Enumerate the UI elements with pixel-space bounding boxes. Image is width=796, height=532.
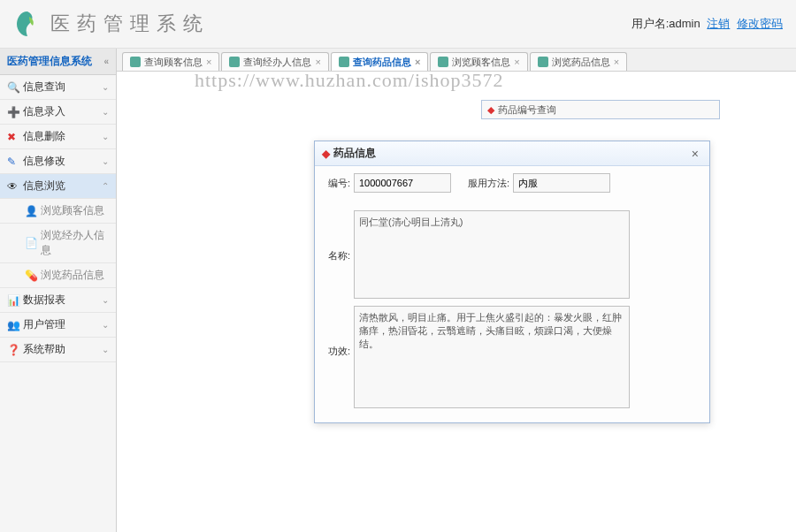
tab-close-icon[interactable]: ×	[415, 57, 420, 67]
add-icon: ➕	[7, 106, 19, 118]
sidebar: 医药管理信息系统 « 🔍信息查询 ⌄ ➕信息录入 ⌄ ✖信息删除 ⌄ ✎信息修改…	[0, 49, 117, 532]
tabs-bar: 查询顾客信息× 查询经办人信息× 查询药品信息× 浏览顾客信息× 浏览药品信息×	[117, 49, 796, 72]
effect-label: 功效:	[322, 306, 350, 358]
chevron-down-icon: ⌄	[102, 132, 109, 141]
dialog-icon: ◆	[322, 148, 330, 160]
logo-area: 医药管理系统	[13, 10, 210, 38]
name-label: 名称:	[322, 210, 350, 262]
tab-close-icon[interactable]: ×	[614, 57, 619, 67]
sidebar-title: 医药管理信息系统 «	[0, 49, 116, 75]
tab-icon	[438, 57, 448, 67]
user-info: 用户名:admin 注销 修改密码	[631, 16, 783, 32]
tab-query-customer[interactable]: 查询顾客信息×	[122, 52, 219, 71]
menu-data-report[interactable]: 📊数据报表 ⌄	[0, 288, 116, 313]
id-input[interactable]	[354, 173, 451, 193]
submenu-browse-customer[interactable]: 👤浏览顾客信息	[0, 199, 116, 224]
edit-icon: ✎	[7, 156, 19, 168]
tab-icon	[130, 57, 141, 67]
pill-icon: 💊	[25, 270, 37, 282]
query-panel-header: ◆ 药品编号查询	[481, 100, 720, 119]
menu-info-query[interactable]: 🔍信息查询 ⌄	[0, 75, 116, 100]
help-icon: ❓	[7, 344, 19, 356]
tab-query-medicine[interactable]: 查询药品信息×	[331, 52, 428, 71]
chevron-up-icon: ⌃	[102, 181, 109, 191]
delete-icon: ✖	[7, 131, 19, 143]
tab-icon	[229, 57, 240, 67]
change-password-link[interactable]: 修改密码	[737, 17, 783, 30]
username: admin	[669, 17, 700, 30]
content-body: ◆ 药品编号查询 ◆药品信息 × 编号: 服用方法:	[117, 72, 796, 531]
chevron-down-icon: ⌄	[102, 156, 109, 166]
chevron-down-icon: ⌄	[102, 345, 109, 354]
menu-user-manage[interactable]: 👥用户管理 ⌄	[0, 313, 116, 338]
user-icon: 👥	[7, 319, 19, 331]
tab-browse-medicine[interactable]: 浏览药品信息×	[530, 52, 627, 71]
logout-link[interactable]: 注销	[707, 17, 730, 30]
tab-close-icon[interactable]: ×	[206, 57, 211, 67]
dialog-body: 编号: 服用方法: 名称: 功效:	[315, 166, 709, 421]
chevron-down-icon: ⌄	[102, 295, 109, 305]
tab-close-icon[interactable]: ×	[315, 57, 320, 67]
report-icon: 📊	[7, 294, 19, 307]
menu-system-help[interactable]: ❓系统帮助 ⌄	[0, 338, 116, 362]
system-title: 医药管理系统	[50, 11, 210, 37]
usage-label: 服用方法:	[465, 173, 509, 190]
dialog-header[interactable]: ◆药品信息 ×	[315, 141, 709, 166]
id-label: 编号:	[322, 173, 350, 190]
browse-icon: 👁	[7, 180, 19, 193]
tab-icon	[339, 57, 349, 67]
person-icon: 👤	[25, 205, 37, 217]
doc-icon: 📄	[25, 237, 37, 249]
tab-query-operator[interactable]: 查询经办人信息×	[221, 52, 328, 71]
chevron-down-icon: ⌄	[102, 82, 109, 92]
name-textarea[interactable]	[354, 210, 630, 299]
menu-info-delete[interactable]: ✖信息删除 ⌄	[0, 125, 116, 149]
effect-textarea[interactable]	[354, 306, 630, 408]
dialog-close-button[interactable]: ×	[688, 147, 702, 161]
menu-info-edit[interactable]: ✎信息修改 ⌄	[0, 149, 116, 174]
usage-input[interactable]	[513, 173, 610, 193]
content-area: 查询顾客信息× 查询经办人信息× 查询药品信息× 浏览顾客信息× 浏览药品信息×…	[117, 49, 796, 532]
tab-close-icon[interactable]: ×	[514, 57, 519, 67]
chevron-down-icon: ⌄	[102, 320, 109, 330]
user-label: 用户名:	[631, 17, 670, 30]
tab-icon	[538, 57, 548, 67]
tab-browse-customer[interactable]: 浏览顾客信息×	[430, 52, 527, 71]
submenu-browse-medicine[interactable]: 💊浏览药品信息	[0, 263, 116, 288]
search-icon: 🔍	[7, 81, 19, 94]
app-header: 医药管理系统 用户名:admin 注销 修改密码	[0, 0, 796, 49]
chevron-down-icon: ⌄	[102, 107, 109, 117]
logo-icon	[13, 10, 42, 38]
menu-info-browse[interactable]: 👁信息浏览 ⌃	[0, 174, 116, 199]
menu-info-entry[interactable]: ➕信息录入 ⌄	[0, 100, 116, 125]
medicine-info-dialog: ◆药品信息 × 编号: 服用方法:	[314, 141, 710, 423]
panel-icon: ◆	[487, 104, 494, 116]
chevron-icon: «	[103, 57, 109, 66]
submenu-browse-operator[interactable]: 📄浏览经办人信息	[0, 224, 116, 263]
